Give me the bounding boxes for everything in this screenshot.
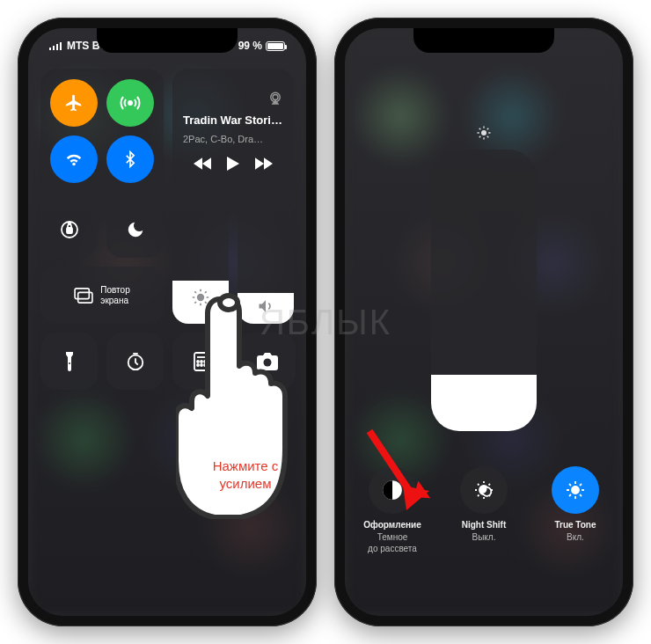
- airplane-mode-toggle[interactable]: [50, 79, 98, 127]
- appearance-sub2: до рассвета: [368, 543, 417, 554]
- true-tone-icon: [565, 479, 586, 501]
- svg-rect-1: [53, 46, 55, 50]
- phone-right: Оформление Темное до рассвета Night Shif…: [334, 18, 633, 626]
- svg-rect-3: [60, 42, 62, 50]
- screen-mirroring-button[interactable]: Повтор экрана: [40, 267, 164, 324]
- notch: [413, 28, 554, 53]
- svg-line-55: [569, 484, 571, 486]
- battery-icon: [266, 41, 285, 51]
- svg-point-31: [481, 130, 486, 135]
- svg-line-38: [479, 136, 481, 138]
- svg-line-58: [580, 484, 582, 486]
- night-shift-title: Night Shift: [462, 519, 507, 531]
- screen-right: Оформление Темное до рассвета Night Shif…: [345, 28, 623, 616]
- timer-button[interactable]: [106, 333, 164, 390]
- callout-arrow: [361, 422, 431, 519]
- notch: [97, 28, 238, 53]
- svg-point-20: [69, 362, 70, 364]
- airplay-icon[interactable]: [267, 91, 283, 106]
- svg-point-50: [572, 487, 579, 494]
- sun-small-icon: [476, 125, 492, 141]
- media-play-button[interactable]: [227, 157, 239, 171]
- svg-line-49: [489, 484, 491, 486]
- night-shift-sub: Выкл.: [472, 531, 496, 543]
- svg-rect-0: [49, 48, 51, 50]
- orientation-lock-toggle[interactable]: [40, 201, 98, 258]
- connectivity-module[interactable]: [40, 69, 164, 192]
- force-touch-hint-text: Нажмите с усилием: [197, 457, 294, 492]
- screen-mirroring-icon: [74, 288, 93, 304]
- true-tone-title: True Tone: [554, 519, 596, 531]
- svg-rect-10: [78, 292, 92, 303]
- appearance-sub1: Темное: [377, 531, 408, 543]
- flashlight-toggle[interactable]: [40, 333, 98, 390]
- media-prev-button[interactable]: [194, 157, 211, 171]
- svg-line-36: [479, 128, 481, 130]
- true-tone-sub: Вкл.: [567, 531, 584, 543]
- battery-percent: 99 %: [238, 40, 262, 52]
- svg-line-46: [478, 484, 479, 486]
- svg-point-4: [128, 101, 132, 105]
- cellular-data-toggle[interactable]: [106, 79, 154, 127]
- bluetooth-toggle[interactable]: [106, 135, 154, 183]
- signal-icon: [49, 41, 63, 50]
- svg-line-57: [569, 494, 571, 496]
- true-tone-toggle[interactable]: True Tone Вкл.: [539, 466, 611, 554]
- svg-rect-9: [75, 288, 89, 298]
- do-not-disturb-toggle[interactable]: [106, 201, 164, 258]
- brightness-expanded-panel: Оформление Темное до рассвета Night Shif…: [345, 28, 623, 616]
- brightness-expanded-slider[interactable]: [431, 150, 537, 431]
- svg-line-48: [478, 495, 479, 497]
- media-module[interactable]: Tradin War Stori… 2Pac, C-Bo, Dra…: [172, 69, 294, 192]
- appearance-title: Оформление: [363, 519, 421, 531]
- media-title: Tradin War Stori…: [183, 113, 283, 127]
- svg-point-59: [220, 296, 238, 310]
- svg-line-56: [580, 494, 582, 496]
- svg-marker-62: [403, 486, 429, 510]
- svg-rect-2: [56, 44, 58, 50]
- screen-mirroring-label: Повтор экрана: [100, 285, 129, 306]
- night-shift-icon: [473, 479, 494, 501]
- svg-rect-8: [67, 228, 72, 233]
- svg-point-6: [273, 94, 278, 99]
- svg-line-37: [487, 136, 489, 138]
- media-next-button[interactable]: [255, 157, 273, 171]
- media-subtitle: 2Pac, C-Bo, Dra…: [183, 134, 283, 144]
- night-shift-toggle[interactable]: Night Shift Выкл.: [448, 466, 520, 554]
- svg-line-39: [487, 128, 489, 130]
- wifi-toggle[interactable]: [50, 135, 98, 183]
- comparison-stage: MTS BY 99 %: [0, 0, 651, 644]
